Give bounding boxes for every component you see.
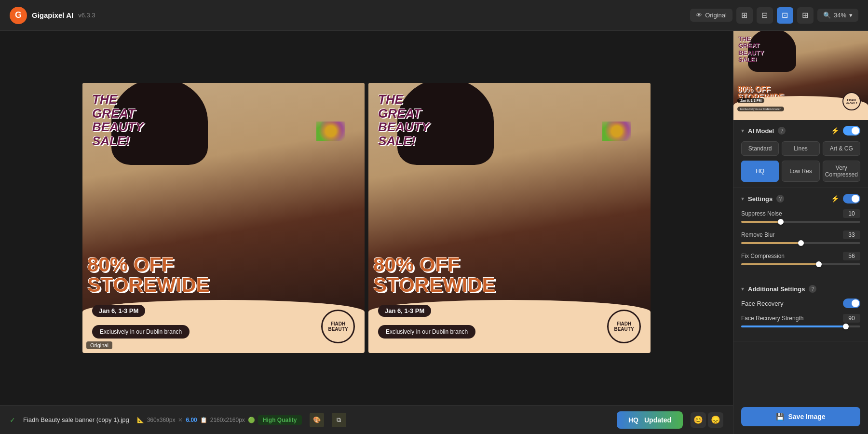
face-recovery-strength-thumb[interactable] [843,324,849,329]
standard-model-btn[interactable]: Standard [741,141,779,156]
save-icon: 💾 [776,413,784,420]
remove-blur-fill [741,242,801,244]
original-size-icon: 📐 [137,417,144,423]
settings-help-btn[interactable]: ? [776,195,784,203]
thumb-date-badge: Jan 6, 1-3 PM [737,98,764,103]
original-image: THE GREAT BEAUTY SALE! 80% OFF STOREWIDE… [82,83,365,353]
zoom-btn[interactable]: 🔍 34% ▾ [817,9,858,22]
ad-date-badge-r: Jan 6, 1-3 PM [378,305,431,317]
view-single-btn[interactable]: ⊞ [736,7,753,24]
bottom-bar: ✓ Fiadh Beauty sale banner (copy 1).jpg … [0,405,733,434]
ad-discount-text-r: 80% OFF STOREWIDE [373,255,646,295]
settings-section: ▾ Settings ? ⚡ Suppress Noise 10 [733,188,868,279]
palette-icon-btn[interactable]: 🎨 [310,413,324,427]
face-recovery-strength-value: 90 [843,314,860,323]
layers-icon-btn[interactable]: ⧉ [332,413,346,427]
file-check-icon: ✓ [10,416,15,424]
remove-blur-track[interactable] [741,242,860,244]
fix-compression-row: Fix Compression 56 [741,252,860,265]
ai-model-help-btn[interactable]: ? [778,127,786,135]
remove-blur-row: Remove Blur 33 [741,231,860,244]
fix-compression-track[interactable] [741,263,860,265]
quality-icon: 🟢 [248,417,255,423]
artcg-model-btn[interactable]: Art & CG [823,141,860,156]
ad-title-text: THE GREAT BEAUTY SALE! [92,93,144,148]
processed-image-panel: THE GREAT BEAUTY SALE! 80% OFF STOREWIDE… [368,83,651,353]
output-size-value: 2160x2160px [210,417,245,423]
face-recovery-strength-row: Face Recovery Strength 90 [741,314,860,327]
face-recovery-strength-fill [741,326,846,327]
additional-settings-chevron: ▾ [741,285,744,292]
thumbnail-image: THEGREATBEAUTYSALE! 80% OFFSTOREWIDE FIA… [733,31,868,120]
face-recovery-strength-track[interactable] [741,326,860,327]
file-meta: 📐 360x360px ✕ 6.00 📋 2160x2160px 🟢 High … [137,415,302,425]
face-recovery-label: Face Recovery [741,300,783,307]
settings-header: ▾ Settings ? ⚡ [741,194,860,203]
verycompressed-quality-btn[interactable]: Very Compressed [823,161,860,182]
file-name-label: Fiadh Beauty sale banner (copy 1).jpg [23,416,129,423]
lightning-icon: ⚡ [831,127,839,135]
settings-chevron: ▾ [741,195,744,202]
hq-label: HQ [628,416,638,424]
ad-branch-badge-r: Exclusively in our Dublin branch [378,325,475,339]
face-accent-decoration-r [602,122,631,141]
original-size-value: 360x360px [147,417,176,423]
chevron-down-icon: ▾ [849,12,853,19]
save-image-btn[interactable]: 💾 Save Image [741,407,860,426]
app-version: v6.3.3 [78,12,95,19]
output-size-icon: 📋 [200,417,207,423]
fix-compression-thumb[interactable] [816,261,822,267]
thumb-branch-badge: Exclusively in our Dublin branch [737,107,784,111]
ai-model-title: AI Model [748,127,774,135]
suppress-noise-thumb[interactable] [778,219,784,225]
face-recovery-toggle[interactable] [843,298,860,308]
emoji-buttons: 😊 😞 [691,412,723,428]
save-section: 💾 Save Image [733,399,868,434]
original-image-panel: THE GREAT BEAUTY SALE! 80% OFF STOREWIDE… [82,83,365,353]
original-label: Original [86,341,112,349]
remove-blur-value: 33 [843,231,860,239]
view-controls: 👁 Original ⊞ ⊟ ⊡ ⊞ 🔍 34% ▾ [690,7,858,24]
suppress-noise-fill [741,221,781,223]
hq-updated-btn[interactable]: HQ Updated [617,411,683,429]
suppress-noise-row: Suppress Noise 10 [741,209,860,223]
remove-blur-thumb[interactable] [798,240,804,246]
face-recovery-strength-label: Face Recovery Strength [741,315,803,322]
view-compare-btn[interactable]: ⊞ [797,7,814,24]
happy-emoji-btn[interactable]: 😊 [691,412,706,428]
ad-logo-badge-r: FIADH BEAUTY [607,310,641,343]
face-accent-decoration [316,122,345,141]
processed-image: THE GREAT BEAUTY SALE! 80% OFF STOREWIDE… [368,83,651,353]
ai-model-toggle[interactable] [843,126,860,136]
fix-compression-value: 56 [843,252,860,260]
ai-model-tabs: Standard Lines Art & CG [741,141,860,156]
ad-title-text-r: THE GREAT BEAUTY SALE! [378,93,430,148]
additional-settings-title: Additional Settings [748,285,805,293]
lowres-quality-btn[interactable]: Low Res [782,161,819,182]
updated-label: Updated [644,416,671,424]
face-recovery-row: Face Recovery [741,298,860,308]
lines-model-btn[interactable]: Lines [782,141,819,156]
original-toggle-btn[interactable]: 👁 Original [690,9,732,22]
ai-model-chevron: ▾ [741,127,744,134]
suppress-noise-track[interactable] [741,221,860,223]
view-sidebyside-btn[interactable]: ⊡ [777,7,793,24]
thumbnail-area: THEGREATBEAUTYSALE! 80% OFFSTOREWIDE FIA… [733,31,868,120]
app-logo-icon: G [10,7,27,24]
ad-branch-badge: Exclusively in our Dublin branch [92,325,190,339]
logo-area: G Gigapixel AI v6.3.3 [10,7,95,24]
view-split-btn[interactable]: ⊟ [757,7,773,24]
sad-emoji-btn[interactable]: 😞 [708,412,723,428]
settings-toggle[interactable] [843,194,860,203]
additional-settings-help-btn[interactable]: ? [809,285,816,293]
settings-lightning-icon: ⚡ [831,195,839,203]
scale-icon: ✕ [178,417,183,423]
hq-quality-btn[interactable]: HQ [741,161,779,182]
ai-model-section: ▾ AI Model ? ⚡ Standard Lines Art & CG H… [733,120,868,188]
center-content: THE GREAT BEAUTY SALE! 80% OFF STOREWIDE… [0,31,733,434]
additional-settings-section: ▾ Additional Settings ? Face Recovery Fa… [733,279,868,341]
thumb-logo-badge: FIADH BEAUTY [842,92,861,110]
zoom-icon: 🔍 [823,12,831,19]
ad-discount-text: 80% OFF STOREWIDE [87,255,360,295]
ai-model-header: ▾ AI Model ? ⚡ [741,126,860,136]
